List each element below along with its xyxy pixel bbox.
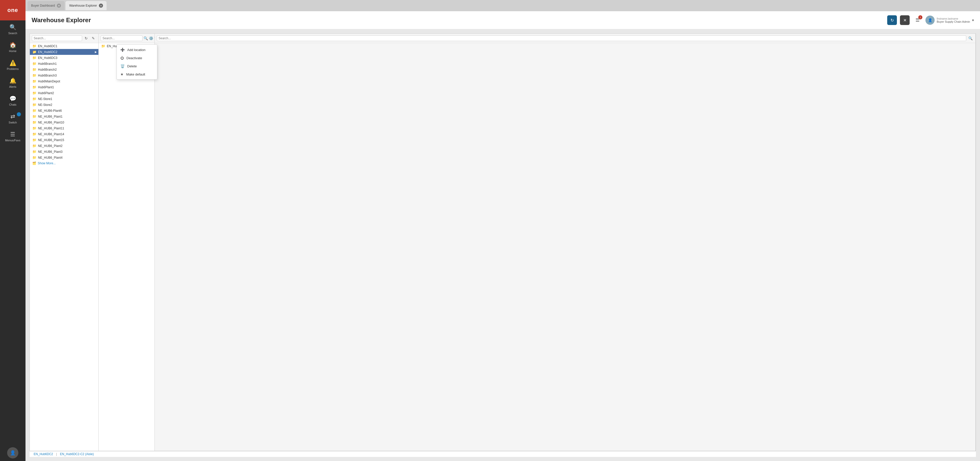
list-item[interactable]: 📁 NE-Store1 bbox=[30, 96, 99, 102]
folder-icon: 📁 bbox=[32, 103, 37, 107]
folder-icon: 📁 bbox=[32, 85, 37, 89]
tab-close-warehouse-explorer[interactable]: ✕ bbox=[99, 3, 103, 8]
item-label: Hub6Plant2 bbox=[38, 91, 54, 95]
chat-icon: 💬 bbox=[10, 96, 16, 102]
explorer-panels: ↻ ✎ 📁 EN_Hub6DC1 📁 EN_Hub6DC2 ▶ 📁 bbox=[30, 33, 326, 188]
main-area: Buyer Dashboard ✕ Warehouse Explorer ✕ W… bbox=[25, 0, 326, 188]
folder-icon: 📁 bbox=[32, 138, 37, 142]
sidebar-label-menus: Menus/Favs bbox=[5, 139, 21, 142]
sidebar-item-menus-favs[interactable]: ☰ Menus/Favs bbox=[0, 128, 25, 145]
panel-3-search[interactable] bbox=[157, 35, 326, 41]
panel-1: ↻ ✎ 📁 EN_Hub6DC1 📁 EN_Hub6DC2 ▶ 📁 bbox=[30, 33, 99, 188]
panel-1-refresh-btn[interactable]: ↻ bbox=[83, 35, 89, 41]
list-item[interactable]: 📁 Hub6MainDepot bbox=[30, 78, 99, 84]
sidebar-item-chats[interactable]: 💬 Chats bbox=[0, 92, 25, 110]
warning-icon: ⚠️ bbox=[10, 60, 16, 66]
sidebar-label-search: Search bbox=[8, 32, 18, 35]
item-label: NE-Store2 bbox=[38, 103, 52, 107]
list-item[interactable]: 📁 NE_HUB6_Plant11 bbox=[30, 125, 99, 131]
list-item[interactable]: 📁 NE_HUB6-Plant6 bbox=[30, 108, 99, 113]
folder-icon: 📁 bbox=[32, 62, 37, 65]
folder-icon: 📁 bbox=[32, 91, 37, 95]
panel-3-header: 🔍 bbox=[155, 33, 326, 43]
list-item[interactable]: 📁 EN_Hub6DC3 bbox=[30, 55, 99, 61]
item-label: Hub6Plant1 bbox=[38, 86, 54, 89]
item-label: NE_HUB6_Plant14 bbox=[38, 132, 64, 136]
panel-1-search[interactable] bbox=[32, 35, 82, 41]
sidebar-label-problems: Problems bbox=[7, 67, 19, 70]
show-more-icon: 🗂️ bbox=[32, 161, 36, 165]
folder-icon: 📁 bbox=[32, 68, 37, 72]
list-item[interactable]: 📁 EN_Hub6DC1 bbox=[30, 43, 99, 49]
show-more-button[interactable]: 🗂️ Show More... bbox=[30, 161, 99, 166]
item-label: NE_HUB6_Plant11 bbox=[38, 126, 64, 130]
folder-icon: 📁 bbox=[32, 132, 37, 136]
sidebar: one 🔍 Search 🏠 Home ⚠️ Problems 🔔 Alerts… bbox=[0, 0, 25, 188]
item-label: NE_HUB6_Plant2 bbox=[38, 144, 62, 148]
item-label: EN_Hub6DC2 bbox=[38, 50, 57, 54]
tab-label-warehouse-explorer: Warehouse Explorer bbox=[69, 4, 97, 7]
list-item[interactable]: 📁 NE_HUB6_Plant15 bbox=[30, 137, 99, 143]
folder-icon: 📁 bbox=[32, 126, 37, 130]
item-label: Hub6Branch1 bbox=[38, 62, 57, 65]
context-menu: ➕ Add location ⏻ Deactivate 🗑️ Delete ★ … bbox=[116, 45, 157, 80]
context-add-location[interactable]: ➕ Add location bbox=[117, 46, 157, 54]
list-item[interactable]: 📁 NE_HUB6_Plant1 bbox=[30, 113, 99, 120]
explorer-content: ↻ ✎ 📁 EN_Hub6DC1 📁 EN_Hub6DC2 ▶ 📁 bbox=[25, 29, 326, 188]
list-item[interactable]: 📁 Hub6Branch2 bbox=[30, 67, 99, 72]
list-item[interactable]: 📁 NE_HUB6_Plant14 bbox=[30, 131, 99, 137]
item-label: Hub6Branch3 bbox=[38, 74, 57, 77]
panel-1-edit-btn[interactable]: ✎ bbox=[90, 35, 96, 41]
list-item[interactable]: 📁 Hub6Plant1 bbox=[30, 84, 99, 90]
context-make-default-label: Make default bbox=[126, 72, 145, 76]
sidebar-item-problems[interactable]: ⚠️ Problems bbox=[0, 56, 25, 74]
panel-2-gear-btn[interactable]: ⚙️ bbox=[149, 35, 153, 41]
list-item[interactable]: 📁 NE_HUB6_Plant4 bbox=[30, 155, 99, 161]
item-label: Hub6Branch2 bbox=[38, 68, 57, 72]
list-item[interactable]: 📁 Hub6Branch1 bbox=[30, 61, 99, 67]
folder-icon: 📁 bbox=[32, 115, 37, 118]
folder-icon: 📁 bbox=[32, 56, 37, 60]
switch-badge bbox=[17, 112, 21, 116]
item-label: EN_Hub6DC3 bbox=[38, 56, 57, 60]
sidebar-item-home[interactable]: 🏠 Home bbox=[0, 38, 25, 56]
folder-icon: 📁 bbox=[32, 156, 37, 160]
show-more-label: Show More... bbox=[38, 161, 56, 165]
sidebar-item-alerts[interactable]: 🔔 Alerts bbox=[0, 74, 25, 92]
list-item[interactable]: 📁 NE-Store2 bbox=[30, 102, 99, 108]
context-delete-label: Delete bbox=[127, 64, 137, 68]
arrow-icon: ▶ bbox=[95, 51, 97, 53]
item-label: NE_HUB6_Plant10 bbox=[38, 121, 64, 124]
tab-buyer-dashboard[interactable]: Buyer Dashboard ✕ bbox=[27, 1, 65, 10]
tab-label-buyer-dashboard: Buyer Dashboard bbox=[31, 4, 55, 7]
list-item[interactable]: 📁 Hub6Branch3 bbox=[30, 72, 99, 78]
item-label: NE_HUB6_Plant1 bbox=[38, 115, 62, 118]
sidebar-label-alerts: Alerts bbox=[9, 85, 16, 88]
context-make-default[interactable]: ★ Make default bbox=[117, 70, 157, 78]
list-item[interactable]: 📁 NE_HUB6_Plant10 bbox=[30, 120, 99, 125]
list-item[interactable]: 📁 EN_Hub6DC2 ▶ bbox=[30, 49, 99, 55]
context-deactivate[interactable]: ⏻ Deactivate bbox=[117, 54, 157, 62]
context-delete[interactable]: 🗑️ Delete bbox=[117, 62, 157, 70]
folder-icon: 📁 bbox=[32, 73, 37, 77]
tab-close-buyer-dashboard[interactable]: ✕ bbox=[57, 3, 61, 8]
bell-icon: 🔔 bbox=[10, 78, 16, 84]
panel-2-header: 🔍 ⚙️ ↻ ✎ bbox=[99, 33, 154, 43]
app-logo[interactable]: one bbox=[0, 0, 25, 21]
list-item[interactable]: 📁 Hub6Plant2 bbox=[30, 90, 99, 96]
list-item[interactable]: 📁 NE_HUB6_Plant2 bbox=[30, 143, 99, 149]
panel-1-header: ↻ ✎ bbox=[30, 33, 99, 43]
sidebar-item-search[interactable]: 🔍 Search bbox=[0, 21, 25, 38]
sidebar-label-chats: Chats bbox=[9, 103, 17, 106]
item-label: NE-Store1 bbox=[38, 97, 52, 101]
folder-icon: 📁 bbox=[32, 150, 37, 153]
tab-warehouse-explorer[interactable]: Warehouse Explorer ✕ bbox=[65, 1, 107, 10]
folder-icon: 📁 bbox=[32, 97, 37, 101]
delete-icon: 🗑️ bbox=[120, 64, 125, 68]
panel-2-search[interactable] bbox=[101, 35, 143, 41]
panel-2-search-btn[interactable]: 🔍 bbox=[143, 35, 148, 41]
list-item[interactable]: 📁 NE_HUB6_Plant3 bbox=[30, 149, 99, 155]
menu-icon: ☰ bbox=[10, 131, 15, 138]
item-label: NE_HUB6_Plant4 bbox=[38, 156, 62, 160]
sidebar-item-switch[interactable]: ⇄ Switch bbox=[0, 110, 25, 128]
